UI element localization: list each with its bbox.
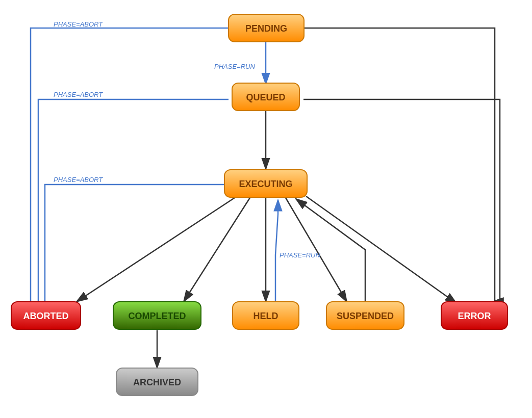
edge-executing-aborted [77,198,235,302]
label-phase-run-2: PHASE=RUN [280,251,320,259]
label-phase-abort-3: PHASE=ABORT [54,176,103,184]
node-error: ERROR [441,302,508,329]
node-aborted: ABORTED [11,302,81,329]
node-held: HELD [233,302,299,329]
node-error-label: ERROR [458,311,491,321]
node-queued: QUEUED [232,83,299,111]
node-completed-label: COMPLETED [128,311,186,321]
edge-executing-aborted-blue [33,185,229,315]
node-pending: PENDING [229,14,304,42]
node-aborted-label: ABORTED [23,311,69,321]
label-phase-abort-1: PHASE=ABORT [54,20,103,28]
edge-held-executing [275,200,278,302]
state-diagram: PHASE=RUN PHASE=RUN PHASE=ABORT PHASE=AB… [0,0,532,418]
edge-queued-error [303,99,500,302]
node-held-label: HELD [254,311,278,321]
edge-executing-completed [184,198,250,302]
node-executing-label: EXECUTING [239,179,292,189]
node-archived: ARCHIVED [116,368,198,396]
node-suspended-label: SUSPENDED [337,311,394,321]
label-phase-abort-2: PHASE=ABORT [54,91,103,98]
edge-pending-error [303,28,495,302]
node-executing: EXECUTING [224,170,307,197]
node-queued-label: QUEUED [246,92,285,102]
edge-executing-error [306,196,457,303]
node-pending-label: PENDING [245,23,287,34]
label-phase-run-1: PHASE=RUN [214,63,255,70]
edge-queued-aborted [33,99,229,315]
node-completed: COMPLETED [113,302,201,329]
edge-pending-aborted [31,28,229,315]
node-archived-label: ARCHIVED [133,377,181,387]
node-suspended: SUSPENDED [326,302,404,329]
